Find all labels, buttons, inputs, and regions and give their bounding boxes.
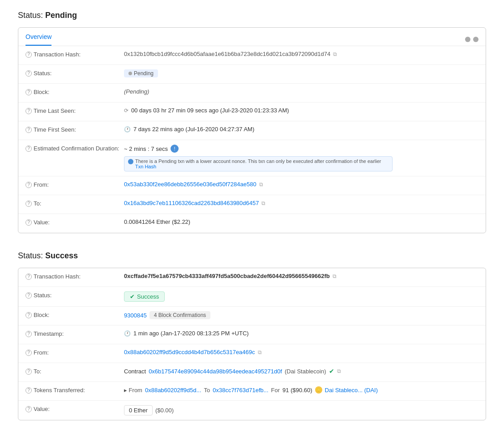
help-icon: ? [26, 368, 32, 375]
dai-token-icon: 🪙 [315, 386, 322, 394]
pending-time-last-value: ⟳ 00 days 03 hr 27 min 09 secs ago (Jul-… [124, 107, 478, 114]
help-icon: ? [26, 406, 32, 412]
success-tx-hash-value: 0xcffade7f5e1a67579cb4333aff497fd5a500cb… [124, 273, 478, 279]
checkmark-icon: ✔ [130, 293, 135, 300]
copy-icon[interactable]: ⧉ [337, 368, 341, 374]
help-icon: ? [26, 292, 32, 299]
pending-status-label: ? Status: [26, 69, 124, 77]
success-status-value: ✔ Success [124, 291, 478, 302]
tab-dot-2 [473, 37, 478, 42]
pending-to-link[interactable]: 0x16a3bd9c7eb11106326cad2263bd8463980d64… [124, 200, 259, 206]
help-icon: ? [26, 127, 32, 133]
block-number-link[interactable]: 9300845 [124, 312, 147, 319]
clock-icon: 🕐 [124, 126, 131, 133]
pending-to-label: ? To: [26, 200, 124, 207]
help-icon: ? [26, 51, 32, 58]
clock-icon: 🕐 [124, 330, 131, 337]
pending-value-row: ? Value: 0.00841264 Ether ($2.22) [18, 214, 486, 233]
help-icon: ? [26, 312, 32, 318]
copy-icon[interactable]: ⧉ [333, 51, 337, 57]
pending-est-value: ~ 2 mins : 7 secs ! There is a Pending t… [124, 145, 478, 171]
success-status-label: ? Status: [26, 291, 124, 299]
success-value-row: ? Value: 0 Ether ($0.00) [18, 401, 486, 420]
success-section-title: Status: Success [18, 251, 486, 261]
help-icon: ? [26, 70, 32, 77]
tokens-to-link[interactable]: 0x38cc7f763d71efb... [213, 387, 268, 394]
pending-value-label: ? Value: [26, 218, 124, 226]
pending-tab-bar: Overview [18, 28, 486, 46]
success-from-row: ? From: 0x88ab60202ff9d5d9ccdd4b4d7b656c… [18, 344, 486, 363]
pending-time-last-row: ? Time Last Seen: ⟳ 00 days 03 hr 27 min… [18, 103, 486, 121]
help-icon: ? [26, 331, 32, 337]
help-icon: ? [26, 145, 32, 152]
success-from-link[interactable]: 0x88ab60202ff9d5d9ccdd4b4d7b656c5317ea46… [124, 349, 255, 355]
pending-tx-hash-row: ? Transaction Hash: 0x132b10fbcb1d9fccc4… [18, 46, 486, 65]
success-value-amount: 0 Ether ($0.00) [124, 405, 478, 415]
pending-badge: Pending [124, 69, 158, 77]
tab-dots [465, 37, 478, 42]
pending-block-label: ? Block: [26, 88, 124, 95]
info-dot [128, 159, 133, 164]
pending-section-title: Status: Pending [18, 11, 486, 20]
contract-link[interactable]: 0x6b175474e89094c44da98b954eedeac495271d… [149, 368, 282, 375]
pending-tx-hash-label: ? Transaction Hash: [26, 51, 124, 58]
success-status-row: ? Status: ✔ Success [18, 287, 486, 307]
success-to-label: ? To: [26, 368, 124, 375]
est-time: ~ 2 mins : 7 secs ! [124, 145, 393, 153]
pending-block-value: (Pending) [124, 88, 478, 95]
pending-from-row: ? From: 0x53ab330f2ee86debb26556e036ed50… [18, 176, 486, 195]
pending-status-value: Pending [124, 69, 478, 77]
copy-icon[interactable]: ⧉ [258, 349, 262, 355]
success-tokens-value: ▸ From 0x88ab60202ff9d5d... To 0x38cc7f7… [124, 386, 478, 394]
copy-icon[interactable]: ⧉ [261, 200, 265, 206]
estimation-wrap: ~ 2 mins : 7 secs ! There is a Pending t… [124, 145, 393, 171]
note-text: There is a Pending txn with a lower acco… [135, 158, 389, 169]
help-icon: ? [26, 201, 32, 207]
tokens-from-link[interactable]: 0x88ab60202ff9d5d... [145, 387, 201, 394]
success-to-row: ? To: Contract 0x6b175474e89094c44da98b9… [18, 363, 486, 382]
tab-overview[interactable]: Overview [26, 33, 51, 46]
pending-to-value: 0x16a3bd9c7eb11106326cad2263bd8463980d64… [124, 200, 478, 206]
success-block-label: ? Block: [26, 311, 124, 318]
pending-status-row: ? Status: Pending [18, 65, 486, 84]
verified-icon: ✔ [329, 368, 334, 375]
success-from-label: ? From: [26, 349, 124, 356]
help-icon: ? [26, 387, 32, 394]
ether-value-box: 0 Ether [124, 405, 153, 415]
success-to-value: Contract 0x6b175474e89094c44da98b954eede… [124, 368, 478, 375]
txn-hash-link[interactable]: Txn Hash [135, 164, 156, 169]
help-icon: ? [26, 350, 32, 356]
pending-tx-hash-value: 0x132b10fbcb1d9fccc4d6b05afaae1e61b6ba72… [124, 51, 478, 57]
success-tx-hash-label: ? Transaction Hash: [26, 273, 124, 280]
success-value-label: ? Value: [26, 405, 124, 412]
help-icon: ? [26, 182, 32, 188]
pending-from-label: ? From: [26, 181, 124, 188]
copy-icon[interactable]: ⧉ [333, 273, 337, 279]
pending-time-first-row: ? Time First Seen: 🕐 7 days 22 mins ago … [18, 121, 486, 140]
success-from-value: 0x88ab60202ff9d5d9ccdd4b4d7b656c5317ea46… [124, 349, 478, 355]
help-icon: ? [26, 108, 32, 114]
info-badge: ! [171, 145, 179, 153]
pending-time-last-label: ? Time Last Seen: [26, 107, 124, 114]
success-card: ? Transaction Hash: 0xcffade7f5e1a67579c… [18, 268, 486, 420]
pending-card: Overview ? Transaction Hash: 0x132b10fbc… [18, 27, 486, 233]
pending-from-link[interactable]: 0x53ab330f2ee86debb26556e036ed50f7284ae5… [124, 181, 256, 188]
success-timestamp-label: ? Timestamp: [26, 330, 124, 337]
success-badge: ✔ Success [124, 291, 165, 302]
pending-est-row: ? Estimated Confirmation Duration: ~ 2 m… [18, 140, 486, 176]
pending-value-amount: 0.00841264 Ether ($2.22) [124, 218, 478, 225]
pending-block-row: ? Block: (Pending) [18, 84, 486, 103]
success-block-value: 9300845 4 Block Confirmations [124, 311, 478, 319]
pending-time-first-value: 🕐 7 days 22 mins ago (Jul-16-2020 04:27:… [124, 126, 478, 133]
dai-token-link[interactable]: Dai Stableco... (DAI) [325, 387, 378, 394]
pending-to-row: ? To: 0x16a3bd9c7eb11106326cad2263bd8463… [18, 195, 486, 214]
pending-from-value: 0x53ab330f2ee86debb26556e036ed50f7284ae5… [124, 181, 478, 188]
tab-dot-1 [465, 37, 470, 42]
copy-icon[interactable]: ⧉ [259, 181, 263, 188]
success-tokens-label: ? Tokens Transferred: [26, 386, 124, 394]
success-block-row: ? Block: 9300845 4 Block Confirmations [18, 307, 486, 325]
success-tx-hash-row: ? Transaction Hash: 0xcffade7f5e1a67579c… [18, 268, 486, 287]
pending-est-label: ? Estimated Confirmation Duration: [26, 145, 124, 152]
help-icon: ? [26, 89, 32, 95]
pending-time-first-label: ? Time First Seen: [26, 126, 124, 133]
